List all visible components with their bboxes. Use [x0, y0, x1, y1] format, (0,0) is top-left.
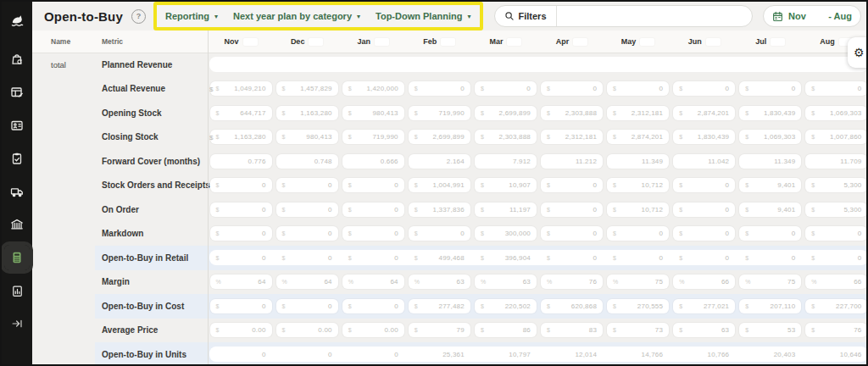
value-cell[interactable]: $980,413 — [340, 106, 406, 120]
value-cell[interactable]: $620,868 — [538, 299, 604, 313]
month-sort-chip[interactable] — [375, 38, 389, 46]
value-cell[interactable]: $10,712 — [605, 202, 671, 217]
value-cell[interactable]: $1,004,991 — [406, 178, 472, 192]
value-cell[interactable]: $0 — [671, 251, 737, 265]
value-cell[interactable]: $2,874,201 — [605, 130, 671, 144]
value-cell[interactable]: $0 — [538, 251, 604, 265]
planning-mode-dropdown[interactable]: Top-Down Planning ▾ — [376, 11, 470, 21]
value-cell[interactable]: $2,303,888 — [538, 106, 604, 120]
table-edit-icon[interactable] — [4, 80, 30, 105]
value-cell[interactable]: $73 — [605, 323, 671, 337]
id-card-icon[interactable] — [4, 113, 30, 138]
value-cell[interactable]: $0 — [538, 178, 604, 192]
value-cell[interactable]: %64 — [340, 274, 406, 289]
column-header-month-mar[interactable]: Mar — [472, 37, 538, 46]
value-cell[interactable]: $0 — [340, 226, 406, 241]
value-cell[interactable] — [208, 58, 274, 72]
value-cell[interactable]: %66 — [671, 274, 737, 289]
value-cell[interactable] — [671, 58, 737, 72]
warehouse-icon[interactable] — [4, 212, 30, 237]
value-cell[interactable]: $0 — [208, 178, 274, 192]
value-cell[interactable]: 11.709 — [804, 154, 868, 169]
value-cell[interactable]: $0 — [804, 251, 868, 265]
value-cell[interactable] — [605, 58, 671, 72]
value-cell[interactable]: 14,766 — [605, 347, 671, 362]
column-header-month-jan[interactable]: Jan — [340, 37, 406, 46]
column-header-month-feb[interactable]: Feb — [406, 37, 472, 46]
value-cell[interactable]: $0 — [340, 178, 406, 192]
value-cell[interactable]: 0.748 — [274, 154, 340, 169]
help-icon[interactable]: ? — [131, 9, 146, 24]
value-cell[interactable]: %76 — [538, 274, 604, 289]
reporting-dropdown[interactable]: Reporting ▾ — [165, 11, 218, 21]
value-cell[interactable]: $220,502 — [472, 299, 538, 313]
value-cell[interactable]: $2,312,181 — [538, 130, 604, 144]
value-cell[interactable]: $76 — [804, 323, 868, 337]
column-header-month-nov[interactable]: Nov — [208, 37, 274, 46]
value-cell[interactable]: %75 — [737, 274, 804, 289]
value-cell[interactable]: $2,874,201 — [671, 106, 737, 120]
value-cell[interactable]: $5,300 — [804, 178, 868, 192]
column-header-month-dec[interactable]: Dec — [274, 37, 340, 46]
value-cell[interactable]: $277,482 — [406, 299, 472, 313]
value-cell[interactable]: %75 — [605, 274, 671, 289]
value-cell[interactable] — [737, 58, 804, 72]
value-cell[interactable]: $0 — [208, 299, 274, 313]
month-sort-chip[interactable] — [771, 38, 785, 46]
value-cell[interactable]: $270,555 — [605, 299, 671, 313]
value-cell[interactable]: 11.349 — [737, 154, 804, 169]
value-cell[interactable]: $0 — [737, 81, 804, 96]
value-cell[interactable]: $0 — [671, 178, 737, 192]
value-cell[interactable]: $980,413 — [274, 130, 340, 144]
value-cell[interactable]: $1,069,303 — [737, 130, 804, 144]
value-cell[interactable]: $0 — [804, 81, 868, 96]
value-cell[interactable]: %66 — [804, 274, 868, 289]
value-cell[interactable]: 10,766 — [671, 347, 737, 362]
value-cell[interactable]: $499,468 — [406, 251, 472, 265]
value-cell[interactable]: $1,163,280 — [274, 106, 340, 120]
month-sort-chip[interactable] — [640, 38, 654, 46]
value-cell[interactable]: $86 — [472, 323, 538, 337]
value-cell[interactable]: $1,337,836 — [406, 202, 472, 217]
value-cell[interactable]: $227,700 — [804, 299, 868, 313]
filters-bar[interactable]: Filters — [494, 5, 754, 27]
value-cell[interactable]: 11.349 — [605, 154, 671, 169]
value-cell[interactable]: $0 — [274, 226, 340, 241]
date-range-button[interactable]: Nov - Aug — [763, 5, 861, 27]
value-cell[interactable]: 0 — [208, 347, 274, 362]
clipboard-check-icon[interactable] — [4, 146, 30, 171]
value-cell[interactable]: $0 — [340, 251, 406, 265]
value-cell[interactable]: 0.666 — [340, 154, 406, 169]
value-cell[interactable]: $0 — [671, 202, 737, 217]
value-cell[interactable]: $396,904 — [472, 251, 538, 265]
value-cell[interactable]: $1,420,000 — [340, 81, 406, 96]
value-cell[interactable] — [472, 58, 538, 72]
value-cell[interactable]: 12,014 — [538, 347, 604, 362]
value-cell[interactable]: $0 — [208, 202, 274, 217]
value-cell[interactable]: $0 — [274, 251, 340, 265]
value-cell[interactable]: $1,830,439 — [671, 130, 737, 144]
value-cell[interactable]: $0.00 — [208, 323, 274, 337]
value-cell[interactable]: $1,007,860 — [804, 130, 868, 144]
value-cell[interactable]: 11.042 — [671, 154, 737, 169]
value-cell[interactable]: $207,110 — [737, 299, 804, 313]
value-cell[interactable]: $0.00 — [340, 323, 406, 337]
value-cell[interactable]: $0.00 — [274, 323, 340, 337]
value-cell[interactable] — [274, 58, 340, 72]
value-cell[interactable]: 25,361 — [406, 347, 472, 362]
value-cell[interactable] — [538, 58, 604, 72]
value-cell[interactable]: $1,457,829 — [274, 81, 340, 96]
value-cell[interactable]: $644,717 — [208, 106, 274, 120]
value-cell[interactable]: $1,049,210 — [208, 81, 274, 96]
value-cell[interactable]: 0.776 — [208, 154, 274, 169]
value-cell[interactable]: %63 — [406, 274, 472, 289]
value-cell[interactable]: $11,197 — [472, 202, 538, 217]
value-cell[interactable]: $277,021 — [671, 299, 737, 313]
column-header-month-jul[interactable]: Jul — [737, 37, 804, 46]
value-cell[interactable]: %64 — [274, 274, 340, 289]
value-cell[interactable]: $2,699,899 — [472, 106, 538, 120]
value-cell[interactable]: $1,069,303 — [804, 106, 868, 120]
filters-button[interactable]: Filters — [495, 6, 557, 26]
value-cell[interactable]: $0 — [671, 81, 737, 96]
value-cell[interactable]: 20,403 — [737, 347, 804, 362]
